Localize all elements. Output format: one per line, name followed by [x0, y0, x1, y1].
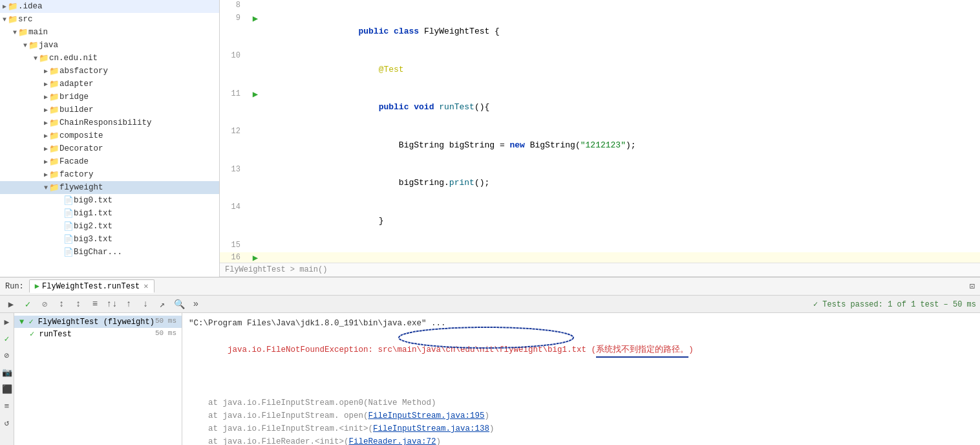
error-chinese: 系统找不到指定的路径。	[596, 343, 688, 358]
run-icon[interactable]: ▶	[253, 14, 258, 24]
run-icon[interactable]: ▶	[253, 253, 258, 263]
folder-icon: 📁	[18, 27, 28, 38]
line-number: 8	[220, 0, 246, 13]
sidebar-item-big3[interactable]: 📄 big3.txt	[0, 233, 219, 246]
folder-icon: 📁	[49, 79, 59, 89]
table-row: 16 ▶ public static void main(String[] ar…	[220, 252, 980, 263]
sidebar-item-src[interactable]: ▼ 📁 src	[0, 13, 219, 26]
table-row: 10 @Test	[220, 50, 980, 89]
run-check-button[interactable]: ✓	[21, 297, 35, 311]
sidebar-item-label: Decorator	[59, 144, 103, 153]
export-button[interactable]: ↗	[155, 297, 169, 311]
sort-button[interactable]: ↕	[71, 297, 85, 311]
run-stop-button[interactable]: ⊘	[37, 297, 52, 311]
exception-text: java.io.FileNotFoundException: src\main\…	[228, 345, 586, 354]
line-number: 11	[220, 89, 246, 127]
table-row: 12 BigString bigString = new BigString("…	[220, 126, 980, 164]
up-button[interactable]: ↑	[122, 297, 136, 311]
file-icon: 📄	[63, 221, 74, 232]
close-tab-icon[interactable]: ✕	[144, 281, 148, 291]
run-play-button[interactable]: ▶	[4, 297, 18, 311]
run-tab[interactable]: ▶ FlyWeightTest.runTest ✕	[29, 279, 154, 293]
expand-icon: ▼	[23, 42, 27, 49]
sidebar-item-idea[interactable]: ▶ 📁 .idea	[0, 0, 219, 13]
output-line: at java.io.FileInputStream.open0(Native …	[189, 396, 974, 409]
table-row: 13 bigString.print();	[220, 164, 980, 202]
sidebar-item-label: .idea	[18, 2, 43, 11]
sidebar-item-cn-edu-nit[interactable]: ▼ 📁 cn.edu.nit	[0, 52, 219, 65]
sidebar-item-chainresponsibility[interactable]: ▶ 📁 ChainResponsibility	[0, 116, 219, 129]
expand-icon: ▶	[44, 171, 48, 179]
line-code: public static void main(String[] args) {	[265, 252, 980, 263]
breadcrumb-text: FlyWeightTest > main()	[225, 265, 327, 274]
folder-icon: 📁	[49, 144, 59, 154]
side-icon-1[interactable]: ▶	[1, 316, 14, 329]
sort2-button[interactable]: ↑↓	[105, 297, 119, 311]
output-line: at java.io.FileInputStream.<init>(FileIn…	[189, 422, 974, 435]
sidebar-item-bigchar[interactable]: 📄 BigChar...	[0, 246, 219, 259]
code-editor[interactable]: 8 9 ▶ public class FlyWeightTest {	[220, 0, 980, 263]
table-row: 9 ▶ public class FlyWeightTest {	[220, 13, 980, 51]
sidebar-item-flyweight[interactable]: ▼ 📁 flyweight	[0, 181, 219, 194]
sidebar-item-java[interactable]: ▼ 📁 java	[0, 39, 219, 52]
search-button[interactable]: 🔍	[172, 297, 186, 311]
filter-button[interactable]: ≡	[88, 297, 102, 311]
side-icon-6[interactable]: ≡	[1, 400, 14, 413]
sidebar-item-absfactory[interactable]: ▶ 📁 absfactory	[0, 65, 219, 78]
sidebar-item-builder[interactable]: ▶ 📁 builder	[0, 103, 219, 116]
sidebar-item-big2[interactable]: 📄 big2.txt	[0, 220, 219, 233]
sidebar-item-composite[interactable]: ▶ 📁 composite	[0, 129, 219, 142]
stack-link[interactable]: FileInputStream.java:138	[373, 424, 489, 433]
output-line: at java.io.FileReader.<init>(FileReader.…	[189, 435, 974, 445]
sidebar-item-facade[interactable]: ▶ 📁 Facade	[0, 155, 219, 168]
rerun-failed-button[interactable]: ↕	[54, 297, 69, 311]
output-line: at java.io.FileInputStream. open(FileInp…	[189, 409, 974, 422]
folder-icon: 📁	[49, 131, 59, 141]
sidebar-item-main[interactable]: ▼ 📁 main	[0, 26, 219, 39]
sidebar-item-adapter[interactable]: ▶ 📁 adapter	[0, 78, 219, 91]
stack-link[interactable]: FileInputStream.java:195	[368, 411, 485, 420]
sidebar-item-label: cn.edu.nit	[49, 54, 98, 63]
sidebar-item-bridge[interactable]: ▶ 📁 bridge	[0, 91, 219, 103]
line-gutter: ▶	[246, 252, 265, 263]
test-pass-icon: ▼ ✓	[19, 318, 38, 327]
expand-icon: ▶	[3, 3, 6, 10]
side-icon-strip: ▶ ✓ ⊘ 📷 ⬛ ≡ ↺	[0, 313, 14, 445]
line-number: 16	[220, 252, 246, 263]
sidebar-item-label: big2.txt	[74, 222, 112, 231]
down-button[interactable]: ↓	[138, 297, 153, 311]
expand-icon: ▶	[44, 158, 48, 166]
test-child-time: 50 ms	[155, 329, 176, 337]
side-icon-5[interactable]: ⬛	[1, 383, 14, 396]
sidebar-item-factory[interactable]: ▶ 📁 factory	[0, 168, 219, 181]
sidebar-item-decorator[interactable]: ▶ 📁 Decorator	[0, 142, 219, 155]
error-paren: )	[688, 345, 694, 354]
more-button[interactable]: »	[189, 297, 203, 311]
test-root-label: FlyWeightTest (flyweight)	[38, 318, 154, 327]
test-root-item[interactable]: ▼ ✓ FlyWeightTest (flyweight) 50 ms	[14, 316, 182, 328]
expand-icon: ▼	[3, 16, 6, 23]
folder-icon: 📁	[49, 169, 59, 180]
side-icon-2[interactable]: ✓	[1, 332, 14, 345]
line-code	[265, 240, 980, 253]
run-icon[interactable]: ▶	[253, 89, 258, 100]
sidebar-item-big1[interactable]: 📄 big1.txt	[0, 207, 219, 220]
side-icon-3[interactable]: ⊘	[1, 349, 14, 362]
table-row: 8	[220, 0, 980, 13]
stack-link[interactable]: FileReader.java:72	[349, 437, 436, 445]
side-icon-4[interactable]: 📷	[1, 366, 14, 379]
line-number: 9	[220, 13, 246, 51]
sidebar-item-big0[interactable]: 📄 big0.txt	[0, 194, 219, 207]
file-icon: 📄	[63, 234, 74, 244]
test-child-label: runTest	[39, 330, 71, 339]
folder-icon: 📁	[49, 118, 59, 128]
file-tree: ▶ 📁 .idea ▼ 📁 src ▼ 📁 main ▼ 📁 java ▼ 📁 …	[0, 0, 220, 277]
maximize-icon[interactable]: ⊡	[970, 281, 975, 292]
sidebar-item-label: src	[18, 15, 33, 24]
code-table: 8 9 ▶ public class FlyWeightTest {	[220, 0, 980, 263]
test-child-item[interactable]: ✓ runTest 50 ms	[14, 328, 182, 340]
table-row: 11 ▶ public void runTest(){	[220, 89, 980, 127]
line-gutter	[246, 126, 265, 164]
sidebar-item-label: factory	[59, 170, 94, 179]
side-icon-7[interactable]: ↺	[1, 417, 14, 429]
